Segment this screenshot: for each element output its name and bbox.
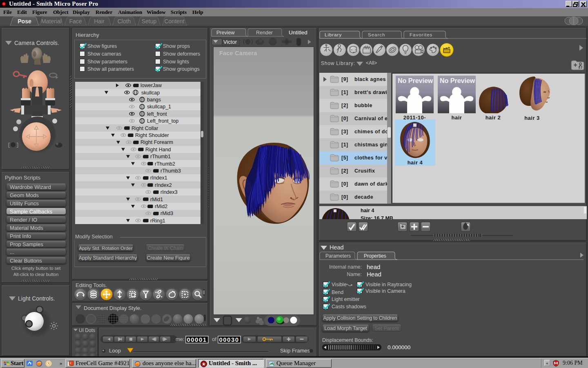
svg-text:Pose: Pose	[18, 18, 31, 25]
svg-text:Right Shoulder: Right Shoulder	[135, 132, 169, 138]
svg-text:Left_front_top: Left_front_top	[147, 118, 178, 124]
svg-text:rIndex1: rIndex1	[150, 175, 167, 181]
svg-text:skullcap_1: skullcap_1	[147, 104, 171, 110]
svg-text:<All>: <All>	[366, 60, 377, 66]
svg-text:me:: me:	[176, 336, 185, 342]
svg-text:0.000000: 0.000000	[388, 344, 410, 350]
svg-text:Favorites: Favorites	[410, 32, 432, 37]
svg-text:Right Collar: Right Collar	[131, 126, 158, 131]
svg-text:Cloth: Cloth	[118, 18, 131, 25]
svg-text:Library: Library	[325, 32, 342, 37]
svg-text:[: [	[7, 142, 11, 148]
svg-text:Right Hand: Right Hand	[145, 147, 171, 153]
svg-text:Properties: Properties	[364, 253, 386, 259]
svg-text:Show Library:: Show Library:	[321, 61, 355, 66]
svg-text:Search: Search	[368, 32, 385, 37]
svg-text:rThumb2: rThumb2	[155, 161, 175, 167]
svg-text:00001: 00001	[187, 336, 207, 343]
svg-text:Material: Material	[41, 18, 62, 25]
svg-text:rIndex3: rIndex3	[160, 189, 178, 195]
svg-text:Preview: Preview	[216, 30, 235, 36]
svg-text:of: of	[212, 336, 216, 342]
svg-text:Loop: Loop	[109, 348, 121, 354]
svg-text:Right Forearm: Right Forearm	[140, 139, 173, 145]
svg-text:lowerJaw: lowerJaw	[140, 83, 162, 88]
svg-text:Document Display Style.: Document Display Style.	[84, 305, 142, 311]
svg-text:rMid3: rMid3	[160, 211, 173, 216]
svg-text:Victor: Victor	[223, 39, 237, 45]
svg-text:Camera Controls.: Camera Controls.	[14, 40, 59, 46]
svg-text:Setup: Setup	[142, 18, 157, 25]
svg-text:left_front: left_front	[147, 111, 167, 117]
svg-text:skullcap: skullcap	[141, 90, 160, 96]
svg-text:rMid1: rMid1	[150, 197, 163, 202]
svg-text:Hair: Hair	[94, 18, 105, 25]
svg-text:Skip Frames: Skip Frames	[280, 348, 310, 354]
svg-text:rMid2: rMid2	[155, 204, 167, 209]
svg-text:]: ]	[16, 142, 19, 148]
svg-text:rIndex2: rIndex2	[155, 182, 172, 188]
svg-text:Parameters: Parameters	[325, 253, 351, 259]
svg-text:rRing1: rRing1	[150, 218, 165, 224]
svg-text:Content: Content	[164, 18, 184, 25]
svg-text:No Preview: No Preview	[398, 77, 433, 84]
svg-text:rThumb3: rThumb3	[160, 168, 181, 174]
svg-text:Light Controls.: Light Controls.	[18, 295, 55, 302]
svg-text:Untitled: Untitled	[289, 29, 307, 36]
svg-text:No Preview: No Preview	[440, 77, 475, 84]
svg-text:bangs: bangs	[147, 97, 161, 103]
svg-text:rThumb1: rThumb1	[150, 154, 171, 159]
svg-text:UI Dots: UI Dots	[79, 328, 95, 333]
svg-text:00030: 00030	[219, 336, 239, 343]
svg-text:Face: Face	[69, 18, 82, 25]
svg-text:Render: Render	[256, 30, 273, 36]
